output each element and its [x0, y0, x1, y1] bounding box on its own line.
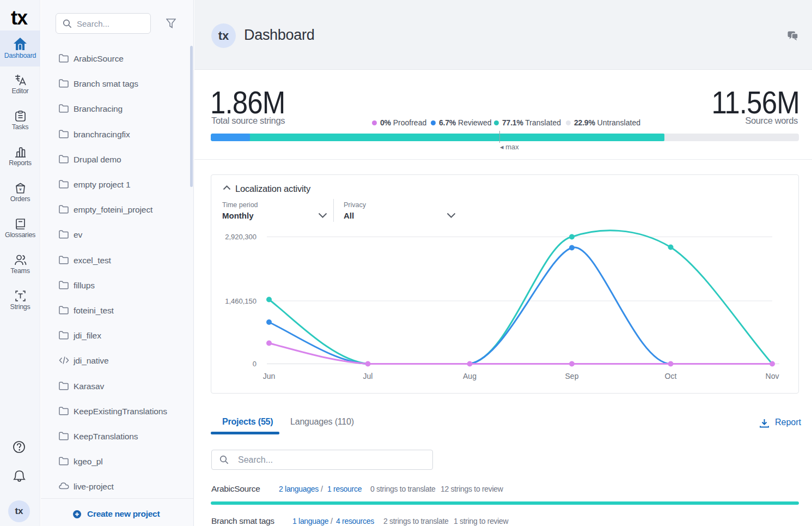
svg-text:Aug: Aug: [463, 372, 477, 380]
svg-text:Sep: Sep: [565, 372, 579, 380]
svg-text:1,460,150: 1,460,150: [225, 297, 257, 305]
svg-text:Oct: Oct: [665, 372, 677, 380]
svg-text:Jun: Jun: [263, 372, 276, 380]
svg-text:2,920,300: 2,920,300: [225, 233, 257, 241]
svg-text:Jul: Jul: [363, 372, 373, 380]
svg-text:Nov: Nov: [766, 372, 779, 380]
svg-text:0: 0: [253, 360, 257, 368]
svg-text:¥: ¥: [19, 187, 22, 192]
